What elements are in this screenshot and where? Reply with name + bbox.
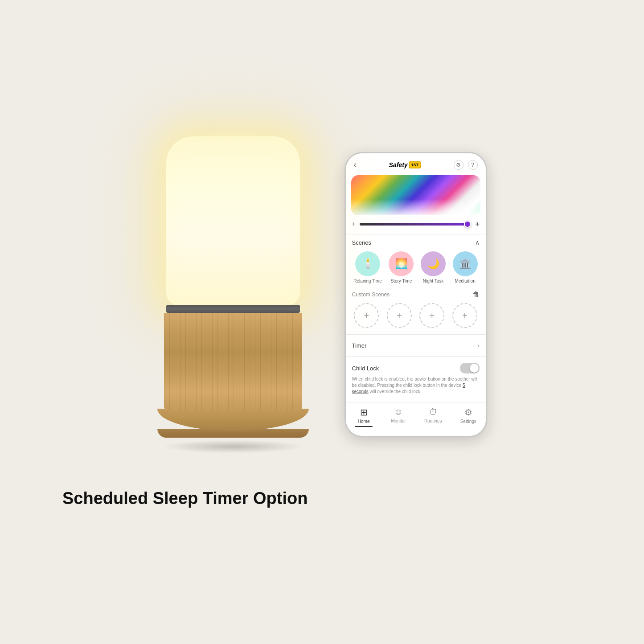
brightness-low-icon: ☀ (351, 221, 356, 227)
home-icon: ⊞ (360, 407, 368, 418)
custom-slot-2[interactable]: + (387, 303, 412, 328)
custom-scenes-row: + + + + (346, 301, 486, 332)
scene-item-relaxing[interactable]: 🕯️ Relaxing Time (353, 251, 381, 283)
lamp-shadow (162, 440, 304, 453)
lamp-shade (166, 136, 300, 306)
scene-meditation-icon: 🏛️ (453, 251, 478, 276)
phone-header: ‹ Safety 1ST ⚙ ? (346, 153, 486, 173)
divider-2 (346, 334, 486, 335)
brightness-high-icon: ☀ (475, 221, 480, 228)
custom-slot-1[interactable]: + (354, 303, 379, 328)
help-button[interactable]: ? (468, 160, 478, 170)
safety-logo: Safety 1ST (389, 161, 422, 168)
logo-badge: 1ST (409, 161, 422, 168)
scene-item-meditation[interactable]: 🏛️ Meditation (453, 251, 478, 283)
settings-icon: ⚙ (464, 407, 472, 418)
lamp-base (164, 313, 302, 411)
monitor-icon: ☺ (394, 407, 403, 417)
nav-active-indicator (355, 426, 373, 427)
nav-monitor[interactable]: ☺ Monitor (391, 407, 406, 427)
nav-home[interactable]: ⊞ Home (355, 407, 373, 427)
color-picker[interactable] (351, 175, 480, 215)
page-caption: Scheduled Sleep Timer Option (0, 489, 308, 508)
brightness-thumb[interactable] (464, 221, 471, 228)
child-lock-toggle[interactable] (460, 363, 480, 373)
scenes-header: Scenes ∧ (346, 236, 486, 250)
child-lock-label: Child Lock (352, 365, 379, 372)
custom-slot-3[interactable]: + (419, 303, 444, 328)
phone-mockup: ‹ Safety 1ST ⚙ ? ☀ ☀ (345, 152, 487, 437)
bottom-nav: ⊞ Home ☺ Monitor ⏱ Routines ⚙ Settings (346, 402, 486, 436)
scenes-title: Scenes (352, 239, 371, 246)
custom-scenes-header: Custom Scenes 🗑 (346, 288, 486, 301)
scene-item-night[interactable]: 🌙 Night Task (421, 251, 446, 283)
delete-icon[interactable]: 🗑 (472, 291, 480, 299)
header-icons: ⚙ ? (454, 160, 478, 170)
divider-1 (346, 234, 486, 234)
lamp-image (157, 136, 309, 453)
scene-item-story[interactable]: 🌅 Story Time (389, 251, 414, 283)
scenes-chevron-icon[interactable]: ∧ (475, 239, 480, 246)
routines-icon: ⏱ (429, 407, 438, 417)
child-lock-row: Child Lock (352, 363, 480, 373)
divider-3 (346, 356, 486, 357)
lamp-foot (157, 409, 309, 431)
logo-text: Safety (389, 161, 408, 168)
scene-story-label: Story Time (390, 279, 412, 283)
timer-chevron-icon: › (477, 342, 480, 349)
nav-routines[interactable]: ⏱ Routines (424, 407, 442, 427)
gear-button[interactable]: ⚙ (454, 160, 464, 170)
scene-meditation-label: Meditation (455, 279, 476, 283)
custom-scenes-title: Custom Scenes (352, 291, 390, 298)
monitor-label: Monitor (391, 418, 406, 423)
scenes-row: 🕯️ Relaxing Time 🌅 Story Time 🌙 Night Ta… (346, 250, 486, 288)
scene-relaxing-label: Relaxing Time (353, 279, 381, 283)
scene-relaxing-icon: 🕯️ (355, 251, 380, 276)
scene-story-icon: 🌅 (389, 251, 414, 276)
settings-label: Settings (460, 419, 476, 424)
scene-night-label: Night Task (423, 279, 444, 283)
routines-label: Routines (424, 418, 442, 423)
scene-night-icon: 🌙 (421, 251, 446, 276)
back-button[interactable]: ‹ (354, 160, 357, 170)
lamp-connector (166, 305, 300, 313)
custom-slot-4[interactable]: + (452, 303, 477, 328)
brightness-track[interactable] (360, 223, 471, 226)
child-lock-section: Child Lock When child lock is enabled, t… (346, 358, 486, 399)
timer-label: Timer (352, 342, 367, 349)
brightness-row: ☀ ☀ (346, 219, 486, 232)
home-label: Home (358, 419, 370, 424)
nav-settings[interactable]: ⚙ Settings (460, 407, 476, 427)
child-lock-description: When child lock is enabled, the power bu… (352, 376, 480, 395)
timer-row[interactable]: Timer › (346, 336, 486, 354)
toggle-knob (470, 364, 479, 373)
